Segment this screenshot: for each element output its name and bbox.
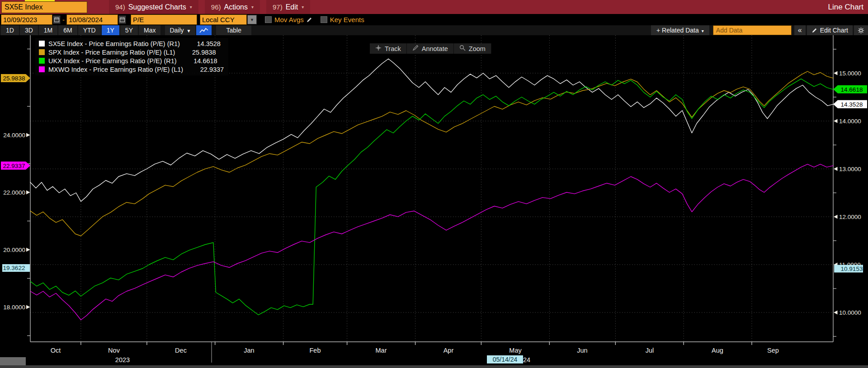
period-tab-5y[interactable]: 5Y [120,25,138,35]
legend-series-value: 14.3528 [192,40,221,47]
menu-shortcut-number: 96) [211,3,221,11]
x-axis-month-label: May [509,347,522,354]
top-menu-bar: 94)Suggested Charts▾96)Actions▾97)Edit▾ … [0,0,868,14]
date-to-calendar-button[interactable] [118,15,126,24]
menu-label: Actions [224,3,247,11]
pencil-icon [811,28,817,33]
mov-avgs-checkbox[interactable] [265,16,272,23]
right-axis-tick-label: 14.0000 [839,118,861,125]
menu-button-suggested-charts[interactable]: 94)Suggested Charts▾ [109,0,198,14]
edit-chart-button[interactable]: Edit Chart [807,25,853,35]
zoom-mode-button[interactable]: Zoom [454,43,491,54]
chevron-down-icon: ▾ [251,5,254,9]
security-input[interactable] [1,1,87,13]
plot-area[interactable] [30,35,833,342]
x-axis-month-label: Oct [51,347,61,354]
x-axis-month-label: Aug [712,347,723,354]
chart-legend: SX5E Index - Price Earnings Ratio (P/E) … [35,38,228,75]
legend-series-value: 25.9838 [187,49,216,56]
calendar-icon [54,17,59,22]
mode-button-label: Zoom [469,45,486,52]
legend-row-sx5e[interactable]: SX5E Index - Price Earnings Ratio (P/E) … [39,39,224,48]
right-axis-tick-label: 12.0000 [839,214,861,220]
left-axis-tick-label: 24.0000 [3,132,25,139]
legend-series-label: MXWO Index - Price Earnings Ratio (P/E) … [48,66,183,73]
left-axis-tick-label: 18.0000 [3,304,25,311]
x-axis-month-label: Jun [577,347,587,354]
study-field-input[interactable] [131,14,197,25]
x-axis-month-label: Nov [108,347,120,354]
axis-tick-arrow-icon [834,215,838,219]
x-axis-month-label: Jul [646,347,654,354]
x-axis-month-label: Mar [376,347,387,354]
track-mode-button[interactable]: Track [370,43,407,54]
mov-avgs-edit-pencil-icon[interactable] [306,17,312,23]
axis-tick-arrow-icon [26,190,30,194]
x-axis-month-label: Dec [175,347,187,354]
chart-type-button[interactable] [196,25,212,35]
left-axis-tick-label: 20.0000 [3,247,25,253]
right-axis-tick-label: 13.0000 [839,166,861,172]
period-tab-max[interactable]: Max [139,25,160,35]
date-from-calendar-button[interactable] [53,15,61,24]
date-to-input[interactable] [66,14,118,25]
legend-series-value: 14.6618 [189,57,217,65]
x-axis-month-label: Jan [244,347,254,354]
legend-series-value: 22.9337 [195,66,224,73]
key-events-label: Key Events [330,16,364,23]
bottom-scroll-strip[interactable] [0,365,868,368]
axis-tick-arrow-icon [834,167,838,171]
period-tab-1m[interactable]: 1M [39,25,57,35]
collapse-panel-button[interactable]: « [794,25,806,35]
axis-badge-label: 14.6618 [841,86,863,93]
menu-label: Edit [286,3,298,11]
related-data-button[interactable]: + Related Data▾ [651,25,709,35]
legend-series-label: UKX Index - Price Earnings Ratio (P/E) (… [48,57,177,65]
axis-tick-arrow-icon [26,133,30,137]
period-tab-6m[interactable]: 6M [58,25,77,35]
axis-tick-arrow-icon [834,71,838,75]
mode-button-label: Annotate [422,45,448,52]
chevron-down-icon: ▼ [187,28,191,33]
toolbar-right-group: + Related Data▾ « Edit Chart [651,25,868,35]
annotate-pencil-icon [412,45,422,52]
legend-series-label: SX5E Index - Price Earnings Ratio (P/E) … [48,40,180,47]
chevron-down-icon: ▾ [302,5,304,9]
currency-dropdown-button[interactable]: ▼ [247,15,257,24]
mov-avgs-label: Mov Avgs [274,16,304,23]
axis-badge-label: 25.9838 [3,75,25,82]
frequency-dropdown[interactable]: Daily▼ [165,25,195,35]
key-events-checkbox[interactable] [321,16,327,23]
legend-row-spx[interactable]: SPX Index - Price Earnings Ratio (P/E) (… [39,48,224,56]
date-range-separator: - [62,16,65,23]
legend-row-mxwo[interactable]: MXWO Index - Price Earnings Ratio (P/E) … [39,65,224,74]
chevron-down-icon: ▾ [190,5,192,9]
period-tab-ytd[interactable]: YTD [78,25,101,35]
axis-badge-label: 22.9337 [3,163,25,169]
currency-select[interactable] [200,14,247,25]
chart-settings-gear-button[interactable] [854,25,868,35]
chart-settings-row: - ▼ Mov Avgs Key Events [0,14,868,25]
axis-badge-label: 14.3528 [841,101,863,108]
annotate-mode-button[interactable]: Annotate [407,43,454,54]
tracked-date-label: 05/14/24 [493,356,518,363]
menu-button-actions[interactable]: 96)Actions▾ [205,0,260,14]
period-tab-3d[interactable]: 3D [20,25,38,35]
x-axis-month-label: Apr [443,347,454,354]
axis-badge-label: 10.9153 [841,266,863,272]
axis-badge-label: 19.3622 [3,265,25,271]
axis-tick-arrow-icon [834,311,838,315]
right-axis-tick-label: 15.0000 [839,70,861,77]
legend-row-ukx[interactable]: UKX Index - Price Earnings Ratio (P/E) (… [39,56,224,65]
table-button[interactable]: Table [216,25,251,35]
add-data-input[interactable] [713,25,792,35]
legend-series-label: SPX Index - Price Earnings Ratio (P/E) (… [48,49,175,56]
period-tab-1y[interactable]: 1Y [102,25,119,35]
series-swatch [39,66,45,72]
chart-type-label: Line Chart [828,3,863,12]
calendar-icon [120,17,125,22]
period-tab-1d[interactable]: 1D [1,25,19,35]
right-axis-tick-label: 10.0000 [839,309,861,316]
menu-button-edit[interactable]: 97)Edit▾ [266,0,310,14]
date-from-input[interactable] [1,14,52,25]
